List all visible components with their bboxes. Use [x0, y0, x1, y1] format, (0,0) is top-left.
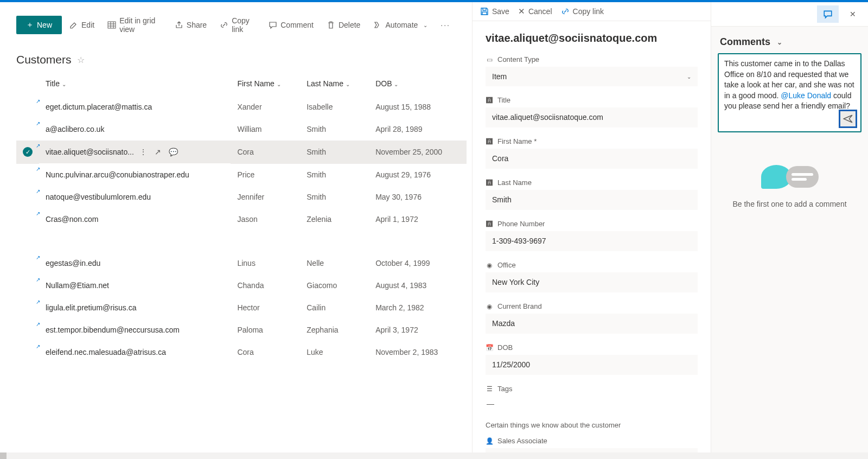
table-row[interactable]: ↗Nullam@Etiam.netChandaGiacomoAugust 4, …: [16, 275, 467, 297]
details-panel: Save ✕ Cancel Copy link vitae.aliquet@so…: [472, 2, 711, 459]
selected-check-icon[interactable]: ✓: [23, 147, 33, 157]
cell-last: Smith: [300, 118, 369, 141]
text-icon: 🅰: [486, 220, 493, 228]
dob-label: DOB: [497, 343, 513, 352]
brand-label: Current Brand: [497, 302, 542, 310]
edit-button[interactable]: Edit: [64, 17, 100, 33]
cell-last: Cailin: [300, 297, 369, 319]
pencil-icon: [69, 21, 78, 29]
panel-copy-link-button[interactable]: Copy link: [561, 7, 604, 16]
new-button[interactable]: ＋ New: [16, 16, 62, 34]
row-share-icon[interactable]: ↗: [155, 148, 161, 156]
sales-assoc-label: Sales Associate: [497, 437, 547, 445]
cell-dob: March 2, 1982: [369, 297, 467, 319]
table-row[interactable]: ↗egestas@in.eduLinusNelleOctober 4, 1999: [16, 252, 467, 275]
first-name-input[interactable]: [486, 149, 698, 169]
cell-first: Price: [231, 164, 300, 186]
comment-label: Comment: [280, 21, 314, 29]
text-icon: 🅰: [486, 138, 493, 145]
link-indicator-icon: ↗: [36, 211, 40, 216]
list-title: Customers: [16, 53, 72, 66]
row-more-icon[interactable]: ⋮: [139, 148, 147, 156]
automate-button[interactable]: Automate ⌄: [368, 17, 433, 33]
chevron-down-icon: ⌄: [423, 22, 427, 28]
cancel-label: Cancel: [528, 7, 552, 16]
phone-input[interactable]: [486, 231, 698, 251]
last-name-input[interactable]: [486, 190, 698, 210]
empty-comments-illustration: [761, 165, 819, 189]
copy-link-label: Copy link: [232, 16, 256, 34]
delete-button[interactable]: Delete: [321, 17, 366, 33]
edit-grid-label: Edit in grid view: [119, 16, 162, 34]
plus-icon: ＋: [26, 20, 34, 30]
save-button[interactable]: Save: [480, 7, 509, 16]
cell-last: Smith: [300, 164, 369, 186]
cell-last: Giacomo: [300, 275, 369, 297]
cell-first: Cora: [231, 341, 300, 364]
share-icon: [175, 21, 183, 29]
cell-first: Cora: [231, 141, 300, 164]
tags-value[interactable]: —: [486, 396, 698, 411]
row-comment-icon[interactable]: 💬: [169, 148, 178, 156]
cell-last: Smith: [300, 141, 369, 164]
tags-label: Tags: [497, 385, 512, 393]
cell-first: Xander: [231, 96, 300, 118]
edit-grid-button[interactable]: Edit in grid view: [102, 13, 167, 37]
trash-icon: [327, 21, 335, 29]
toggle-comments-button[interactable]: [817, 5, 839, 23]
cancel-button[interactable]: ✕ Cancel: [518, 7, 552, 16]
close-panel-button[interactable]: ✕: [842, 5, 864, 23]
command-bar: ＋ New Edit Edit in grid view Share: [0, 2, 472, 42]
cell-dob: November 2, 1983: [369, 341, 467, 364]
content-type-label: Content Type: [497, 55, 539, 63]
chevron-down-icon: ⌄: [277, 81, 281, 87]
table-row[interactable]: ↗Cras@non.comJasonZeleniaApril 1, 1972: [16, 208, 467, 231]
col-dob[interactable]: DOB⌄: [369, 72, 467, 96]
dob-input[interactable]: [486, 355, 698, 375]
text-icon: 🅰: [486, 97, 493, 104]
col-last[interactable]: Last Name⌄: [300, 72, 369, 96]
close-icon: ✕: [518, 7, 525, 16]
comment-button[interactable]: Comment: [263, 17, 319, 33]
comments-heading[interactable]: Comments ⌄: [711, 27, 868, 53]
link-indicator-icon: ↗: [36, 343, 40, 349]
table-row[interactable]: ↗eget.dictum.placerat@mattis.caXanderIsa…: [16, 96, 467, 118]
mention[interactable]: @Luke Donald: [781, 91, 831, 100]
flow-icon: [373, 21, 382, 29]
link-icon: [220, 21, 228, 29]
cell-dob: October 4, 1999: [369, 252, 467, 275]
send-comment-button[interactable]: [839, 110, 857, 128]
content-type-value: Item: [492, 72, 507, 81]
table-row[interactable]: ↗Nunc.pulvinar.arcu@conubianostraper.edu…: [16, 164, 467, 186]
col-first[interactable]: First Name⌄: [231, 72, 300, 96]
cell-last: Nelle: [300, 252, 369, 275]
content-type-select[interactable]: Item ⌄: [486, 67, 698, 86]
cell-last: Zelenia: [300, 208, 369, 231]
cell-dob: April 3, 1972: [369, 319, 467, 341]
table-row[interactable]: ↗ligula.elit.pretium@risus.caHectorCaili…: [16, 297, 467, 319]
copy-link-button[interactable]: Copy link: [214, 13, 261, 37]
col-title[interactable]: Title⌄: [39, 72, 231, 96]
favorite-star-icon[interactable]: ☆: [77, 55, 85, 65]
chevron-down-icon: ⌄: [346, 81, 350, 87]
cell-last: Isabelle: [300, 96, 369, 118]
cell-first: Chanda: [231, 275, 300, 297]
more-button[interactable]: ···: [435, 17, 456, 33]
table-row[interactable]: ↗est.tempor.bibendum@neccursusa.comPalom…: [16, 319, 467, 341]
edit-label: Edit: [81, 21, 94, 29]
horizontal-scrollbar[interactable]: [0, 452, 868, 459]
link-indicator-icon: ↗: [36, 277, 40, 283]
table-row[interactable]: ↗natoque@vestibulumlorem.eduJenniferSmit…: [16, 186, 467, 208]
share-button[interactable]: Share: [169, 17, 212, 33]
cell-dob: November 25, 2000: [369, 141, 467, 164]
brand-input[interactable]: [486, 314, 698, 334]
office-input[interactable]: [486, 272, 698, 292]
link-icon: [561, 7, 570, 16]
title-input[interactable]: [486, 107, 698, 127]
items-table: Title⌄ First Name⌄ Last Name⌄ DOB⌄ ↗eget…: [16, 72, 467, 363]
table-row[interactable]: ↗eleifend.nec.malesuada@atrisus.caCoraLu…: [16, 341, 467, 364]
cell-dob: April 1, 1972: [369, 208, 467, 231]
table-row[interactable]: ✓↗vitae.aliquet@sociisnato...⋮↗💬CoraSmit…: [16, 141, 467, 164]
comment-input[interactable]: This customer came in to the Dallas Offi…: [718, 53, 861, 132]
table-row[interactable]: ↗a@aclibero.co.ukWilliamSmithApril 28, 1…: [16, 118, 467, 141]
